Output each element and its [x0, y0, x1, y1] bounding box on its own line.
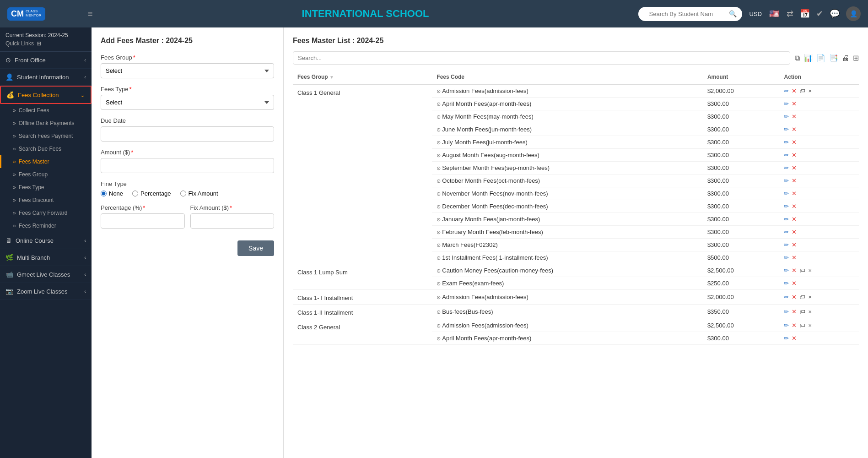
delete-icon[interactable]: ✕	[792, 177, 797, 184]
delete-icon[interactable]: ✕	[792, 294, 797, 300]
close-icon[interactable]: ×	[808, 308, 812, 315]
delete-icon[interactable]: ✕	[792, 190, 797, 197]
sidebar-subitem-fees-type[interactable]: » Fees Type	[0, 181, 92, 194]
edit-icon[interactable]: ✏	[784, 267, 789, 274]
tag-icon[interactable]: 🏷	[799, 322, 805, 329]
edit-icon[interactable]: ✏	[784, 322, 789, 329]
delete-icon[interactable]: ✕	[792, 254, 797, 261]
hamburger-icon[interactable]: ≡	[88, 9, 93, 19]
percentage-input[interactable]	[101, 213, 185, 229]
edit-icon[interactable]: ✏	[784, 152, 789, 158]
fees-code-cell: ⊙September Month Fees(sep-month-fees)	[432, 162, 703, 174]
delete-icon[interactable]: ✕	[792, 100, 797, 107]
edit-icon[interactable]: ✏	[784, 335, 789, 342]
table-search-input[interactable]	[293, 51, 790, 65]
pdf-icon[interactable]: 📄	[816, 54, 825, 62]
sidebar-subitem-fees-master[interactable]: » Fees Master	[0, 155, 92, 168]
close-icon[interactable]: ×	[808, 294, 812, 300]
fees-group-filter-icon[interactable]: ▼	[329, 75, 334, 80]
tag-icon[interactable]: 🏷	[799, 294, 805, 300]
edit-icon[interactable]: ✏	[784, 190, 789, 197]
edit-icon[interactable]: ✏	[784, 177, 789, 184]
edit-icon[interactable]: ✏	[784, 164, 789, 171]
columns-icon[interactable]: ⊞	[853, 54, 859, 62]
delete-icon[interactable]: ✕	[792, 139, 797, 146]
delete-icon[interactable]: ✕	[792, 335, 797, 342]
delete-icon[interactable]: ✕	[792, 87, 797, 94]
edit-icon[interactable]: ✏	[784, 100, 789, 107]
sidebar-subitem-search-fees-payment[interactable]: » Search Fees Payment	[0, 130, 92, 142]
edit-icon[interactable]: ✏	[784, 203, 789, 210]
fees-type-select[interactable]: Select	[101, 95, 274, 110]
sidebar-subitem-fees-reminder[interactable]: » Fees Reminder	[0, 219, 92, 232]
delete-icon[interactable]: ✕	[792, 241, 797, 248]
delete-icon[interactable]: ✕	[792, 203, 797, 210]
delete-icon[interactable]: ✕	[792, 126, 797, 133]
close-icon[interactable]: ×	[808, 322, 812, 329]
fees-group-select[interactable]: Select	[101, 63, 274, 78]
delete-icon[interactable]: ✕	[792, 267, 797, 274]
action-cell: ✏ ✕	[779, 239, 859, 251]
delete-icon[interactable]: ✕	[792, 308, 797, 315]
sidebar-item-multi-branch[interactable]: 🌿 Multi Branch ‹	[0, 249, 92, 266]
xls-icon[interactable]: 📑	[829, 54, 838, 62]
calendar-icon[interactable]: 📅	[800, 9, 810, 19]
delete-icon[interactable]: ✕	[792, 164, 797, 171]
delete-icon[interactable]: ✕	[792, 113, 797, 120]
tag-icon[interactable]: 🏷	[799, 308, 805, 315]
csv-icon[interactable]: 📊	[803, 54, 813, 62]
close-icon[interactable]: ×	[808, 267, 812, 274]
edit-icon[interactable]: ✏	[784, 280, 789, 287]
edit-icon[interactable]: ✏	[784, 126, 789, 133]
edit-icon[interactable]: ✏	[784, 254, 789, 261]
sidebar-item-front-office[interactable]: ⊙ Front Office ‹	[0, 52, 92, 69]
sidebar-subitem-fees-discount[interactable]: » Fees Discount	[0, 194, 92, 207]
edit-icon[interactable]: ✏	[784, 87, 789, 94]
quick-links[interactable]: Quick Links ⊞	[5, 40, 86, 47]
sidebar-subitem-collect-fees[interactable]: » Collect Fees	[0, 104, 92, 117]
sidebar-subitem-search-due-fees[interactable]: » Search Due Fees	[0, 142, 92, 155]
whatsapp-icon[interactable]: 💬	[830, 9, 840, 19]
edit-icon[interactable]: ✏	[784, 294, 789, 300]
tag-icon[interactable]: 🏷	[799, 87, 805, 94]
search-icon[interactable]: 🔍	[729, 10, 737, 17]
avatar[interactable]: 👤	[846, 6, 861, 21]
amount-input[interactable]	[101, 158, 274, 173]
delete-icon[interactable]: ✕	[792, 216, 797, 223]
fine-percentage-option[interactable]: Percentage	[132, 190, 171, 197]
search-input[interactable]	[644, 9, 726, 19]
sidebar-item-student-information[interactable]: 👤 Student Information ‹	[0, 69, 92, 86]
edit-icon[interactable]: ✏	[784, 113, 789, 120]
fine-fix-amount-radio[interactable]	[180, 191, 186, 196]
fine-fix-amount-option[interactable]: Fix Amount	[180, 190, 218, 197]
due-date-input[interactable]	[101, 126, 274, 142]
sidebar-item-zoom[interactable]: 📷 Zoom Live Classes ‹	[0, 283, 92, 300]
edit-icon[interactable]: ✏	[784, 229, 789, 235]
fine-percentage-radio[interactable]	[132, 191, 138, 196]
check-icon[interactable]: ✔	[816, 9, 823, 19]
sidebar-item-fees-collection[interactable]: 💰 Fees Collection ⌄	[0, 86, 92, 104]
delete-icon[interactable]: ✕	[792, 152, 797, 158]
sidebar-subitem-fees-group[interactable]: » Fees Group	[0, 168, 92, 181]
fine-none-option[interactable]: None	[101, 190, 123, 197]
swap-icon[interactable]: ⇄	[787, 9, 793, 19]
delete-icon[interactable]: ✕	[792, 229, 797, 235]
col-amount: Amount	[703, 70, 780, 84]
delete-icon[interactable]: ✕	[792, 280, 797, 287]
edit-icon[interactable]: ✏	[784, 139, 789, 146]
save-button[interactable]: Save	[237, 240, 274, 256]
edit-icon[interactable]: ✏	[784, 216, 789, 223]
close-icon[interactable]: ×	[808, 87, 812, 94]
print-icon[interactable]: 🖨	[842, 54, 849, 62]
delete-icon[interactable]: ✕	[792, 322, 797, 329]
sidebar-subitem-offline-bank-payments[interactable]: » Offline Bank Payments	[0, 117, 92, 130]
edit-icon[interactable]: ✏	[784, 308, 789, 315]
sidebar-item-gmeet[interactable]: 📹 Gmeet Live Classes ‹	[0, 266, 92, 283]
sidebar-subitem-fees-carry-forward[interactable]: » Fees Carry Forward	[0, 207, 92, 219]
fine-none-radio[interactable]	[101, 191, 107, 196]
fix-amount-input[interactable]	[190, 213, 275, 229]
copy-icon[interactable]: ⧉	[795, 54, 800, 62]
sidebar-item-online-course[interactable]: 🖥 Online Course ‹	[0, 232, 92, 249]
edit-icon[interactable]: ✏	[784, 241, 789, 248]
tag-icon[interactable]: 🏷	[799, 267, 805, 274]
